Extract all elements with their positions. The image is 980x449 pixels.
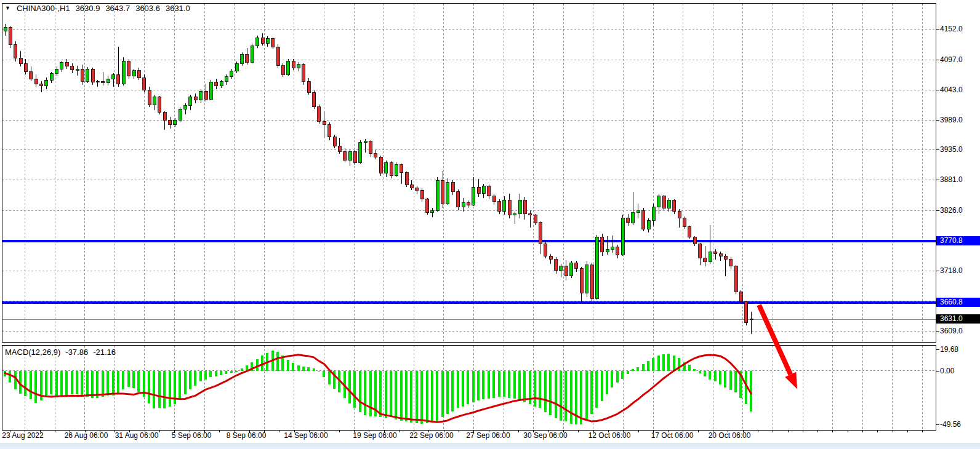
candle-bullish	[55, 69, 58, 73]
macd-histogram-bar	[503, 371, 505, 397]
candle-bullish	[750, 319, 753, 320]
macd-histogram-bar	[204, 371, 207, 379]
time-axis-label: 19 Sep 06:00	[353, 431, 396, 440]
macd-histogram-bar	[457, 371, 459, 408]
candle-bearish	[333, 137, 336, 146]
candle-bullish	[4, 27, 7, 31]
macd-histogram-bar	[544, 371, 547, 412]
candle-bullish	[50, 73, 53, 80]
macd-histogram-bar	[472, 371, 475, 402]
candle-bearish	[323, 121, 326, 124]
macd-histogram-bar	[96, 371, 98, 398]
candle-bullish	[209, 82, 212, 99]
macd-histogram-bar	[580, 371, 582, 424]
candle-bearish	[102, 81, 105, 83]
macd-histogram-bar	[652, 358, 654, 371]
price-axis-label: 4043.0	[940, 85, 963, 94]
candle-bullish	[153, 97, 156, 105]
candle-bullish	[560, 266, 563, 271]
macd-histogram-bar	[647, 361, 649, 371]
candle-bullish	[385, 162, 388, 173]
time-axis-label: 20 Oct 06:00	[709, 431, 751, 440]
macd-histogram-bar	[498, 371, 500, 397]
price-axis-label: -49.56	[940, 420, 961, 429]
candle-bullish	[632, 213, 635, 223]
macd-histogram-bar	[307, 367, 310, 371]
macd-histogram-bar	[230, 371, 233, 373]
candle-bearish	[451, 183, 454, 192]
macd-histogram-bar	[30, 371, 32, 400]
macd-histogram-bar	[148, 371, 150, 403]
macd-histogram-bar	[313, 368, 315, 370]
macd-histogram-bar	[137, 371, 140, 392]
macd-histogram-bar	[127, 371, 130, 387]
candle-bearish	[410, 185, 413, 188]
macd-histogram-bar	[302, 367, 305, 371]
candle-bearish	[65, 62, 68, 66]
candle-bearish	[688, 226, 691, 237]
candle-bullish	[287, 62, 290, 75]
down-arrow-icon[interactable]	[785, 372, 797, 389]
arrow-shaft[interactable]	[759, 305, 790, 375]
macd-histogram-bar	[359, 371, 361, 412]
candle-bullish	[230, 71, 233, 77]
macd-histogram-bar	[632, 369, 634, 370]
candle-bearish	[307, 81, 310, 92]
candle-bearish	[508, 201, 511, 215]
macd-histogram-bar	[611, 371, 613, 388]
macd-histogram-bar	[9, 371, 11, 383]
candle-bearish	[627, 218, 630, 223]
macd-histogram-bar	[477, 371, 480, 401]
time-axis-label: 30 Sep 06:00	[523, 431, 567, 440]
candle-bearish	[313, 92, 316, 107]
macd-histogram-bar	[379, 371, 382, 418]
candle-bearish	[281, 66, 284, 75]
candle-bearish	[215, 82, 218, 85]
candle-bearish	[616, 247, 619, 255]
macd-histogram-bar	[704, 371, 706, 376]
macd-histogram-bar	[410, 371, 412, 423]
macd-histogram-bar	[492, 371, 495, 398]
macd-histogram-bar	[158, 371, 161, 408]
candle-bearish	[555, 260, 558, 271]
chart-plot-area[interactable]	[0, 0, 980, 449]
hline-price-label: 3660.8	[936, 298, 980, 307]
macd-histogram-bar	[179, 371, 181, 400]
candle-bearish	[143, 78, 146, 90]
candle-bullish	[364, 141, 367, 143]
price-axis-label: 0.00	[940, 367, 954, 375]
candle-bullish	[621, 218, 624, 255]
candle-bullish	[359, 143, 362, 163]
macd-histogram-bar	[627, 371, 629, 375]
macd-histogram-bar	[91, 371, 94, 398]
macd-histogram-bar	[585, 371, 588, 421]
symbol-dropdown-icon[interactable]: ▼	[5, 5, 10, 11]
price-axis-label: 3826.0	[940, 206, 963, 215]
hline-price-label: 3770.8	[936, 236, 980, 245]
candle-bullish	[266, 38, 269, 43]
macd-histogram-bar	[76, 371, 78, 395]
price-axis-label: 3609.0	[940, 327, 963, 335]
time-axis-label: 8 Sep 06:00	[227, 431, 267, 440]
macd-histogram-bar	[688, 365, 691, 370]
macd-histogram-bar	[508, 371, 510, 398]
macd-histogram-bar	[667, 354, 670, 371]
time-axis-label: 27 Sep 06:00	[466, 431, 510, 440]
candle-bearish	[492, 196, 496, 202]
time-axis-label: 26 Aug 06:00	[65, 431, 108, 440]
candle-bullish	[251, 46, 254, 62]
macd-histogram-bar	[292, 363, 294, 370]
macd-histogram-bar	[513, 371, 516, 399]
time-axis-label: 31 Aug 06:00	[115, 431, 159, 440]
candle-bearish	[292, 62, 295, 68]
macd-histogram-bar	[714, 371, 717, 382]
candle-bullish	[235, 63, 238, 71]
candle-bearish	[405, 173, 408, 185]
candle-bearish	[729, 260, 733, 266]
macd-histogram-bar	[220, 371, 222, 375]
candle-bearish	[534, 215, 537, 223]
candle-bearish	[544, 244, 547, 256]
macd-histogram-bar	[86, 371, 89, 397]
candle-bearish	[318, 107, 321, 122]
macd-histogram-bar	[194, 371, 196, 386]
